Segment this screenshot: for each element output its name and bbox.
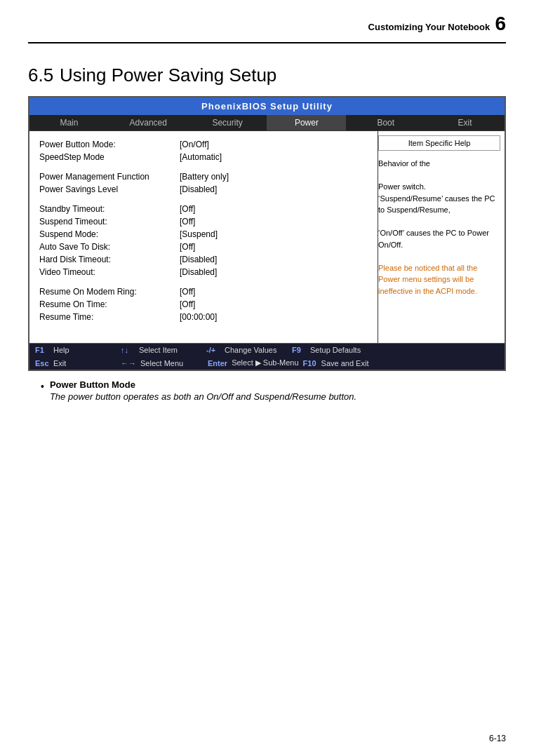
key-enter: Enter: [208, 359, 227, 367]
bios-body: Power Button Mode: [On/Off] SpeedStep Mo…: [29, 130, 505, 343]
setting-power-savings-level: Power Savings Level [Disabled]: [39, 183, 368, 196]
setting-resume-modem-ring: Resume On Modem Ring: [Off]: [39, 285, 368, 298]
key-f9: F9: [292, 346, 306, 354]
action-change-values: Change Values: [225, 346, 288, 354]
action-exit: Exit: [53, 359, 116, 367]
action-help: Help: [53, 346, 116, 354]
setting-power-button-mode: Power Button Mode: [On/Off]: [39, 138, 368, 151]
setting-auto-save-disk: Auto Save To Disk: [Off]: [39, 241, 368, 253]
setting-standby-timeout: Standby Timeout: [Off]: [39, 203, 368, 215]
action-select-item: Select Item: [139, 346, 202, 354]
setting-suspend-mode: Suspend Mode: [Suspend]: [39, 228, 368, 241]
nav-security[interactable]: Security: [188, 115, 267, 130]
bullet-title-0: Power Button Mode: [50, 379, 356, 390]
nav-boot[interactable]: Boot: [346, 115, 425, 130]
nav-advanced[interactable]: Advanced: [109, 115, 188, 130]
nav-main[interactable]: Main: [29, 115, 109, 130]
setting-power-mgmt-function: Power Management Function [Battery only]: [39, 170, 368, 183]
action-select-submenu: Select ▶ Sub-Menu: [232, 358, 298, 367]
bios-nav: Main Advanced Security Power Boot Exit: [29, 115, 505, 130]
section-number: 6.5: [28, 65, 53, 86]
setting-video-timeout: Video Timeout: [Disabled]: [39, 266, 368, 278]
bullet-dot-0: •: [41, 381, 44, 392]
action-save-exit: Save and Exit: [321, 359, 385, 367]
bullet-content-0: Power Button Mode The power button opera…: [50, 379, 356, 404]
nav-exit[interactable]: Exit: [425, 115, 505, 130]
help-header: Item Specific Help: [378, 135, 500, 151]
setting-suspend-timeout: Suspend Timeout: [Off]: [39, 215, 368, 228]
page-header: Customizing Your Notebook 6: [28, 0, 506, 43]
key-f10: F10: [303, 359, 317, 367]
bios-footer: F1 Help ↑↓ Select Item -/+ Change Values…: [29, 343, 505, 370]
bios-title: PhoenixBIOS Setup Utility: [29, 97, 505, 115]
page-number: 6-13: [489, 734, 506, 743]
bullet-section: • Power Button Mode The power button ope…: [28, 379, 506, 404]
bullet-item-0: • Power Button Mode The power button ope…: [41, 379, 506, 404]
action-setup-defaults: Setup Defaults: [310, 346, 373, 354]
setting-hard-disk-timeout: Hard Disk Timeout: [Disabled]: [39, 253, 368, 266]
setting-speedstep-mode: SpeedStep Mode [Automatic]: [39, 151, 368, 163]
chapter-number: 6: [495, 13, 506, 34]
key-leftright: ←→: [121, 359, 136, 367]
help-text-highlight: Please be noticed that all the Power men…: [378, 264, 477, 295]
bios-settings-panel: Power Button Mode: [On/Off] SpeedStep Mo…: [29, 131, 378, 343]
key-updown: ↑↓: [121, 346, 135, 354]
nav-power[interactable]: Power: [267, 115, 346, 130]
section-title: Using Power Saving Setup: [60, 65, 276, 86]
setting-resume-on-time: Resume On Time: [Off]: [39, 298, 368, 311]
help-text-normal: Behavior of the Power switch. ‘Suspend/R…: [378, 155, 505, 299]
key-f1: F1: [35, 346, 49, 354]
bullet-desc-0: The power button operates as both an On/…: [50, 390, 356, 404]
bios-utility: PhoenixBIOS Setup Utility Main Advanced …: [28, 96, 506, 371]
setting-resume-time: Resume Time: [00:00:00]: [39, 311, 368, 323]
footer-row-1: F1 Help ↑↓ Select Item -/+ Change Values…: [29, 344, 505, 356]
bios-help-panel: Item Specific Help Behavior of the Power…: [378, 131, 505, 343]
key-plusminus: -/+: [206, 346, 220, 354]
footer-row-2: Esc Exit ←→ Select Menu Enter Select ▶ S…: [29, 356, 505, 370]
action-select-menu: Select Menu: [140, 359, 203, 367]
key-esc: Esc: [35, 359, 49, 367]
header-text: Customizing Your Notebook: [368, 22, 490, 32]
